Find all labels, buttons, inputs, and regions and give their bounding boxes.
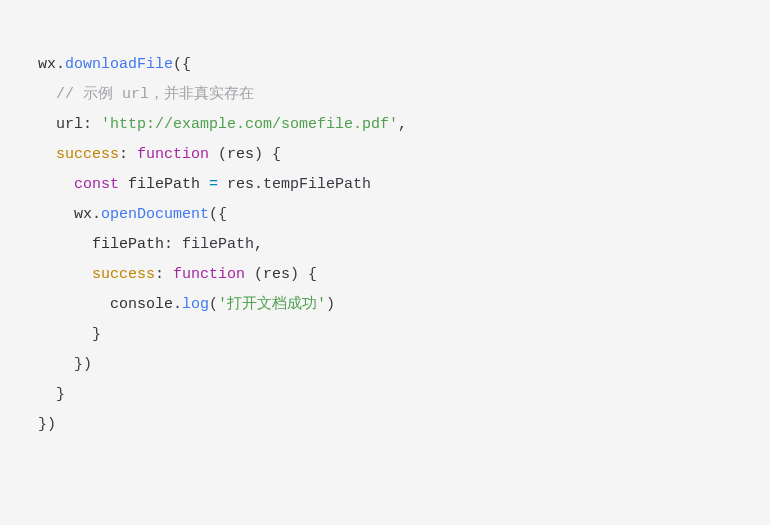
code-line-3: url: 'http://example.com/somefile.pdf', [38,116,407,133]
code-line-9: console.log('打开文档成功') [38,296,335,313]
code-line-5: const filePath = res.tempFilePath [38,176,371,193]
code-line-4: success: function (res) { [38,146,281,163]
code-line-11: }) [38,356,92,373]
code-line-12: } [38,386,65,403]
code-line-2: // 示例 url，并非真实存在 [38,86,254,103]
code-line-8: success: function (res) { [38,266,317,283]
code-line-6: wx.openDocument({ [38,206,227,223]
code-line-13: }) [38,416,56,433]
code-line-7: filePath: filePath, [38,236,263,253]
code-line-1: wx.downloadFile({ [38,56,191,73]
code-line-10: } [38,326,101,343]
code-block: wx.downloadFile({ // 示例 url，并非真实存在 url: … [0,0,770,490]
